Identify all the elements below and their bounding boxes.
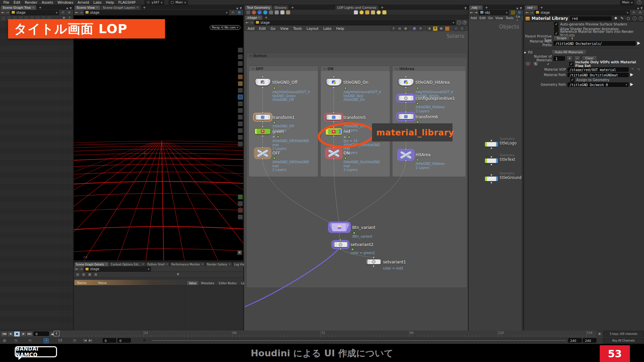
- node-titleground[interactable]: [485, 176, 498, 181]
- pin-icon[interactable]: +: [230, 10, 235, 15]
- node-label[interactable]: titleGND_On: [343, 80, 368, 85]
- node-label[interactable]: HitArea: [416, 153, 431, 157]
- snapshot-icon[interactable]: ▣: [237, 250, 242, 255]
- chevron-down-icon[interactable]: ▼: [465, 7, 467, 10]
- info-icon[interactable]: i: [633, 16, 637, 20]
- tool-icon[interactable]: [238, 101, 243, 106]
- compass-icon[interactable]: ◎: [237, 10, 242, 15]
- pane-menu-icon[interactable]: ▪: [637, 7, 639, 10]
- close-icon[interactable]: ✕: [142, 263, 144, 266]
- version-select[interactable]: y347▼: [145, 0, 164, 5]
- checkbox-unchecked[interactable]: [554, 27, 558, 31]
- forward-icon[interactable]: →: [474, 10, 477, 15]
- tool-icon[interactable]: [238, 81, 243, 86]
- menu-view[interactable]: View: [495, 16, 503, 20]
- menu-labs[interactable]: Labs: [323, 26, 331, 31]
- node-label[interactable]: transform5: [343, 115, 366, 120]
- node-setvariant1[interactable]: [366, 259, 381, 264]
- range-handle[interactable]: ▶: [144, 338, 146, 342]
- timeline-ruler[interactable]: [55, 330, 596, 337]
- tab-performance-monitor[interactable]: Performance Monitor✕: [170, 262, 205, 266]
- tab-render-gallery[interactable]: Render Gallery✕: [206, 262, 232, 266]
- menu-help[interactable]: Help: [336, 26, 344, 31]
- new-tab-button[interactable]: +: [141, 6, 148, 10]
- node-titlegnd-off[interactable]: [255, 78, 271, 86]
- list-view-icon[interactable]: ▤: [75, 272, 80, 277]
- tool-icon[interactable]: [238, 74, 243, 79]
- back-icon[interactable]: ←: [526, 10, 529, 15]
- shelf-tab-oceans[interactable]: Oceans: [273, 5, 288, 10]
- shelf-tab-test-geometry[interactable]: Test Geometry: [245, 5, 272, 10]
- column-name[interactable]: Name: [77, 281, 87, 285]
- jump-end-button[interactable]: ▶▶|: [26, 331, 33, 337]
- step-size-icon[interactable]: 1·5: [58, 338, 63, 343]
- range-end-field[interactable]: 240: [568, 338, 582, 343]
- help-icon[interactable]: ?: [639, 16, 643, 20]
- tab-context-options[interactable]: Context Options Edi...✕: [109, 262, 146, 266]
- light-tool-icon[interactable]: [371, 10, 375, 14]
- autofill-button[interactable]: Auto-fill Materials: [552, 50, 587, 55]
- node-label[interactable]: transform6: [416, 115, 438, 119]
- grid-icon[interactable]: ▧: [93, 272, 98, 277]
- chevron-down-icon[interactable]: ▼: [240, 7, 242, 10]
- jump-icon[interactable]: ↷: [630, 67, 635, 72]
- new-shelf-tab-button[interactable]: +: [289, 6, 296, 10]
- node-tree-icon[interactable]: ⌥: [636, 67, 641, 72]
- new-tab-button[interactable]: +: [263, 16, 269, 20]
- wrench-icon[interactable]: ✕: [391, 26, 396, 31]
- search-icon[interactable]: ○: [626, 16, 631, 21]
- subtab-editor-nodes[interactable]: Editor Nodes: [217, 281, 238, 285]
- new-tab-button[interactable]: +: [483, 6, 490, 10]
- playhead-marker[interactable]: 0: [54, 331, 59, 336]
- node-list-icon[interactable]: ▤: [397, 26, 402, 31]
- menu-view[interactable]: View: [280, 26, 288, 31]
- desktop-select-right[interactable]: Main▼: [620, 0, 635, 5]
- shelf-tool-icon[interactable]: [280, 10, 284, 14]
- pane-menu-icon[interactable]: ▪: [516, 7, 518, 10]
- color-palette-icon[interactable]: ▩: [412, 26, 417, 31]
- node-label[interactable]: titleGround: [500, 175, 522, 180]
- column-value[interactable]: Value: [98, 281, 107, 285]
- num-materials-field[interactable]: 1: [553, 56, 565, 61]
- back-icon[interactable]: ←: [75, 266, 78, 272]
- node-label[interactable]: configureprimitive1: [416, 96, 455, 101]
- funnel-icon[interactable]: ▼: [176, 273, 180, 277]
- checkbox-checked[interactable]: ✓: [569, 62, 574, 66]
- node-label[interactable]: Btn_variant: [352, 225, 375, 230]
- light-tool-icon[interactable]: [377, 10, 381, 14]
- path-dropdown[interactable]: stage▼: [534, 10, 630, 15]
- scope-select[interactable]: Scope: [553, 36, 570, 41]
- export-icon[interactable]: ▤: [2, 338, 7, 343]
- tool-icon[interactable]: [238, 108, 243, 113]
- menu-edit[interactable]: Edit: [14, 0, 20, 4]
- tool-icon[interactable]: [238, 215, 243, 220]
- scrollbar[interactable]: [522, 20, 523, 344]
- node-configureprimitive1[interactable]: [398, 95, 414, 101]
- pan-tool-icon[interactable]: [238, 54, 243, 59]
- close-icon[interactable]: ✕: [229, 263, 231, 266]
- node-label[interactable]: titleGND_HitArea: [416, 80, 450, 85]
- menu-tools[interactable]: Tools: [293, 26, 302, 31]
- link-icon[interactable]: ◎: [67, 10, 72, 15]
- checkbox-checked[interactable]: ✓: [554, 32, 558, 36]
- new-shelf-tab-button[interactable]: +: [379, 6, 385, 10]
- select-tool-icon[interactable]: [238, 48, 243, 53]
- tab-python-shell[interactable]: Python Shell✕: [146, 262, 169, 266]
- node-label[interactable]: green: [272, 129, 284, 134]
- node-picker-icon[interactable]: [630, 73, 633, 76]
- current-frame-field[interactable]: 0: [34, 331, 49, 336]
- menu-arnold[interactable]: Arnold: [77, 0, 89, 4]
- menu-layout[interactable]: Layout: [307, 26, 319, 31]
- pane-menu-icon[interactable]: ▪: [66, 7, 68, 10]
- key-all-channels-button[interactable]: Key All Channels: [603, 338, 644, 344]
- forward-icon[interactable]: →: [79, 10, 83, 15]
- stop-button[interactable]: ■: [14, 331, 20, 337]
- camera-tool-icon[interactable]: [382, 10, 386, 14]
- new-tab-button[interactable]: +: [538, 6, 545, 10]
- squab-icon[interactable]: [258, 10, 262, 14]
- add-key-icon[interactable]: +: [72, 338, 77, 343]
- path-dropdown[interactable]: stage▼: [10, 10, 59, 15]
- undo-loop-icon[interactable]: ↩: [28, 338, 33, 343]
- menu-flagship[interactable]: FLAGSHIP: [118, 0, 136, 4]
- screen-icon[interactable]: ◻: [460, 26, 465, 31]
